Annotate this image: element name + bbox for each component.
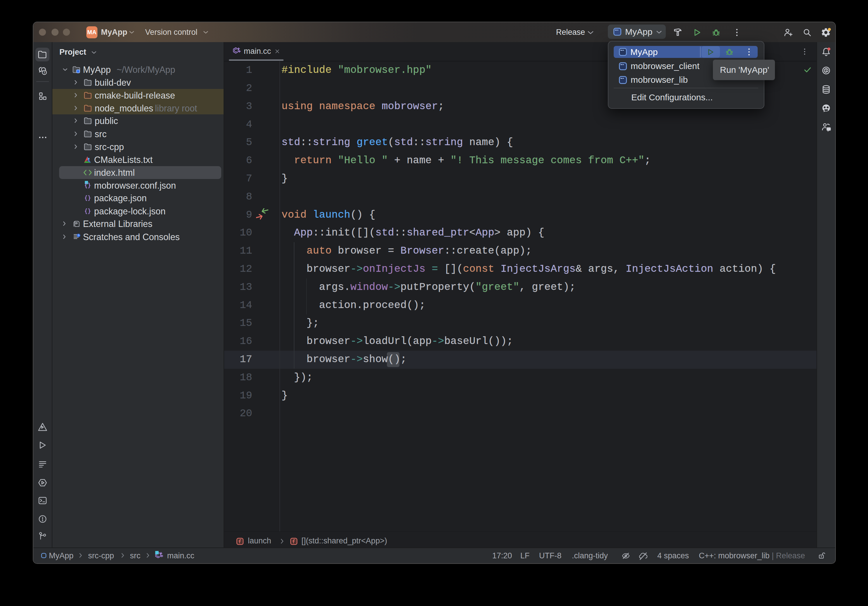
svg-text:?: ? — [43, 71, 45, 74]
